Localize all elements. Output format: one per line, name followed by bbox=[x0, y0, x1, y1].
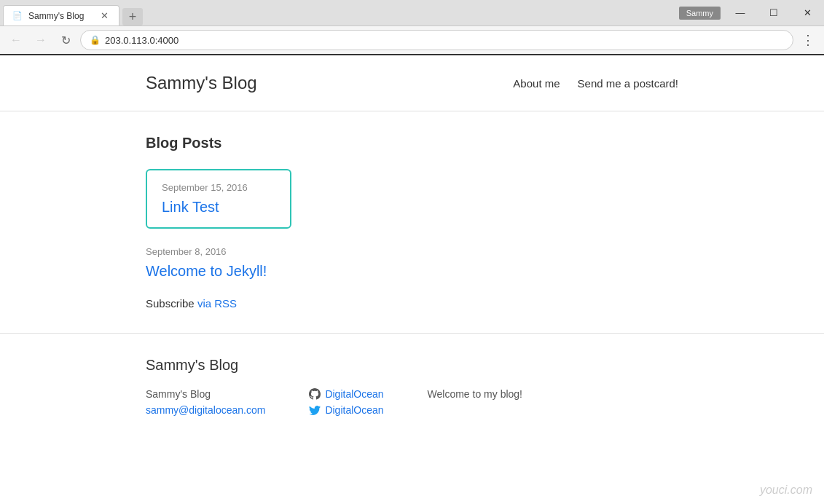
address-input-wrap[interactable]: 🔒 203.0.113.0:4000 bbox=[80, 30, 793, 50]
restore-button[interactable]: ☐ bbox=[757, 0, 790, 26]
site-title: Sammy's Blog bbox=[146, 73, 257, 93]
twitter-icon bbox=[309, 404, 321, 416]
blog-posts-heading: Blog Posts bbox=[146, 135, 678, 151]
reload-button[interactable]: ↻ bbox=[55, 30, 76, 50]
user-badge: Sammy bbox=[679, 7, 721, 20]
post-date-2: September 8, 2016 bbox=[146, 246, 678, 257]
tab-close-button[interactable]: ✕ bbox=[98, 10, 110, 22]
tab-favicon-icon: 📄 bbox=[12, 11, 23, 20]
footer-email-link[interactable]: sammy@digitalocean.com bbox=[146, 404, 265, 416]
new-tab-button[interactable]: + bbox=[122, 8, 143, 25]
postcard-link[interactable]: Send me a postcard! bbox=[578, 77, 678, 90]
footer-columns: Sammy's Blog sammy@digitalocean.com Digi… bbox=[146, 388, 678, 416]
twitter-link[interactable]: DigitalOcean bbox=[309, 404, 383, 416]
address-bar: ← → ↻ 🔒 203.0.113.0:4000 ⋮ bbox=[0, 26, 824, 55]
post-item-2: September 8, 2016 Welcome to Jekyll! bbox=[146, 246, 678, 280]
site-header: Sammy's Blog About me Send me a postcard… bbox=[0, 55, 824, 111]
browser-window: 📄 Sammy's Blog ✕ + Sammy — ☐ ✕ ← → ↻ 🔒 2… bbox=[0, 0, 824, 504]
footer-col-2: DigitalOcean DigitalOcean bbox=[309, 388, 383, 416]
main-content: Blog Posts September 15, 2016 Link Test … bbox=[0, 111, 824, 333]
featured-post-card: September 15, 2016 Link Test bbox=[146, 169, 291, 229]
tab-title: Sammy's Blog bbox=[28, 11, 84, 21]
tab-area: 📄 Sammy's Blog ✕ + bbox=[3, 0, 143, 25]
about-me-link[interactable]: About me bbox=[513, 77, 560, 90]
footer-title: Sammy's Blog bbox=[146, 357, 678, 374]
post-link-2[interactable]: Welcome to Jekyll! bbox=[146, 263, 267, 279]
github-icon bbox=[309, 388, 321, 400]
post-date-1: September 15, 2016 bbox=[162, 182, 275, 193]
rss-link[interactable]: via RSS bbox=[197, 297, 237, 310]
browser-menu-button[interactable]: ⋮ bbox=[798, 30, 818, 50]
site-nav: About me Send me a postcard! bbox=[513, 77, 678, 90]
post-link-1[interactable]: Link Test bbox=[162, 199, 219, 215]
lock-icon: 🔒 bbox=[90, 35, 101, 45]
forward-button[interactable]: → bbox=[31, 30, 51, 50]
github-label: DigitalOcean bbox=[325, 388, 383, 400]
footer-col-3: Welcome to my blog! bbox=[428, 388, 522, 416]
site-footer: Sammy's Blog Sammy's Blog sammy@digitalo… bbox=[0, 333, 824, 439]
footer-blog-name: Sammy's Blog bbox=[146, 388, 265, 400]
subscribe-line: Subscribe via RSS bbox=[146, 297, 678, 310]
github-link[interactable]: DigitalOcean bbox=[309, 388, 383, 400]
subscribe-text: Subscribe bbox=[146, 297, 195, 310]
back-button[interactable]: ← bbox=[6, 30, 26, 50]
footer-col-1: Sammy's Blog sammy@digitalocean.com bbox=[146, 388, 265, 416]
footer-description: Welcome to my blog! bbox=[428, 388, 522, 400]
page-content: Sammy's Blog About me Send me a postcard… bbox=[0, 55, 824, 504]
close-button[interactable]: ✕ bbox=[790, 0, 824, 26]
title-bar: 📄 Sammy's Blog ✕ + Sammy — ☐ ✕ bbox=[0, 0, 824, 26]
minimize-button[interactable]: — bbox=[723, 0, 757, 26]
address-text: 203.0.113.0:4000 bbox=[105, 35, 784, 46]
twitter-label: DigitalOcean bbox=[325, 404, 383, 416]
window-controls: Sammy — ☐ ✕ bbox=[679, 0, 824, 25]
active-tab[interactable]: 📄 Sammy's Blog ✕ bbox=[3, 5, 119, 25]
